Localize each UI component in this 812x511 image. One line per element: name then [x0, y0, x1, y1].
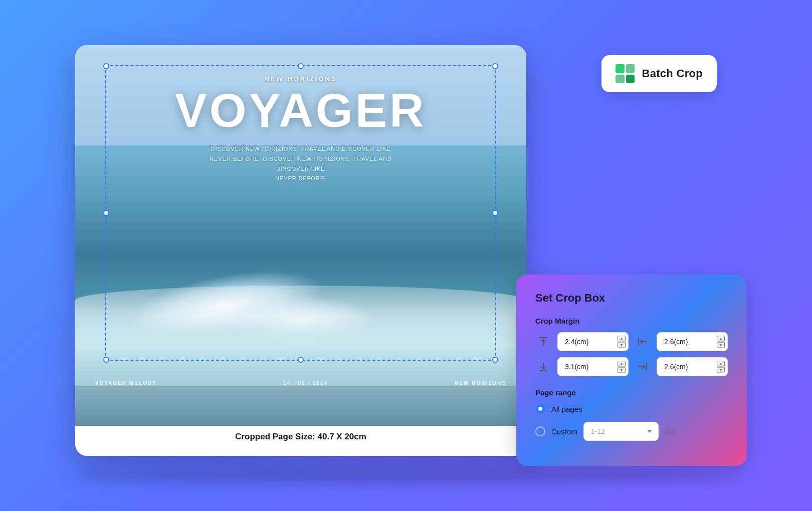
left-margin-icon [635, 334, 651, 350]
icon-square-tl [616, 64, 625, 73]
all-pages-option[interactable]: All pages [535, 404, 728, 414]
top-margin-spinner: ▲ ▼ [618, 336, 626, 348]
right-margin-up[interactable]: ▲ [717, 361, 725, 367]
left-margin-input-wrap: ▲ ▼ [657, 332, 728, 351]
panel-title: Set Crop Box [535, 292, 728, 305]
top-margin-input-wrap: ▲ ▼ [557, 332, 629, 351]
all-pages-radio[interactable] [535, 404, 545, 414]
footer-center: 14 / 02 / 2024 [283, 380, 328, 386]
handle-top-middle[interactable] [298, 63, 304, 69]
top-margin-icon [535, 334, 551, 350]
main-container: NEW HORIZIONS VOYAGER DISCOVER NEW HORIZ… [55, 35, 757, 476]
bottom-margin-up[interactable]: ▲ [618, 361, 626, 367]
icon-square-tr [626, 64, 635, 73]
custom-label: Custom [551, 427, 577, 436]
right-margin-input-wrap: ▲ ▼ [657, 357, 728, 376]
footer-left: VOYAGER MELODY [95, 380, 157, 386]
all-pages-label: All pages [551, 405, 582, 413]
footer-right: NEW HORIZONS [455, 380, 506, 386]
handle-top-right[interactable] [492, 63, 498, 69]
pdf-preview-area: NEW HORIZIONS VOYAGER DISCOVER NEW HORIZ… [75, 45, 526, 426]
bottom-margin-icon [535, 359, 551, 375]
margin-grid: ▲ ▼ ▲ ▼ [535, 332, 728, 376]
handle-middle-right[interactable] [492, 210, 498, 216]
page-range-select[interactable]: 1-12 [583, 422, 659, 441]
total-pages: /24 [665, 427, 675, 436]
bottom-margin-spinner: ▲ ▼ [618, 361, 626, 373]
crop-panel: Set Crop Box Crop Margin ▲ ▼ [516, 275, 747, 466]
page-range-section: Page range All pages Custom 1-12 /24 [535, 388, 728, 441]
right-margin-icon [635, 359, 651, 375]
batch-crop-label: Batch Crop [642, 67, 703, 80]
top-margin-down[interactable]: ▼ [618, 342, 626, 348]
left-margin-up[interactable]: ▲ [717, 336, 725, 342]
custom-radio[interactable] [535, 426, 545, 436]
icon-square-br [626, 75, 635, 84]
cropped-size-label: Cropped Page Size: 40.7 X 20cm [75, 432, 526, 442]
left-margin-spinner: ▲ ▼ [717, 336, 725, 348]
handle-bottom-middle[interactable] [298, 357, 304, 363]
bottom-margin-input-wrap: ▲ ▼ [557, 357, 629, 376]
top-margin-up[interactable]: ▲ [618, 336, 626, 342]
crop-selection-box[interactable] [105, 65, 496, 361]
handle-bottom-right[interactable] [492, 357, 498, 363]
handle-middle-left[interactable] [103, 210, 109, 216]
right-margin-down[interactable]: ▼ [717, 367, 725, 373]
right-margin-spinner: ▲ ▼ [717, 361, 725, 373]
handle-bottom-left[interactable] [103, 357, 109, 363]
batch-crop-icon [616, 64, 635, 83]
crop-margin-label: Crop Margin [535, 317, 728, 325]
pdf-footer: VOYAGER MELODY 14 / 02 / 2024 NEW HORIZO… [75, 380, 526, 386]
custom-option[interactable]: Custom 1-12 /24 [535, 422, 728, 441]
icon-square-bl [616, 75, 625, 84]
pdf-card-shadow [75, 468, 737, 483]
batch-crop-button[interactable]: Batch Crop [601, 55, 717, 92]
pdf-preview-card: NEW HORIZIONS VOYAGER DISCOVER NEW HORIZ… [75, 45, 526, 456]
handle-top-left[interactable] [103, 63, 109, 69]
left-margin-down[interactable]: ▼ [717, 342, 725, 348]
bottom-margin-down[interactable]: ▼ [618, 367, 626, 373]
page-range-label: Page range [535, 388, 728, 397]
